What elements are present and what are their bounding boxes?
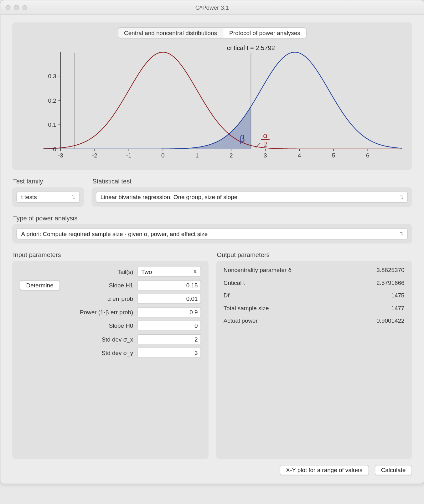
svg-text:-2: -2 [92,152,97,159]
view-tabs: Central and noncentral distributions Pro… [118,28,307,39]
power-label: Power (1-β err prob) [20,309,133,316]
chevron-updown-icon: ⇅ [72,195,75,199]
input-parameters-panel: Tail(s) Two ⇅ Determine Slope H1 α err p… [12,261,208,459]
df-label: Df [224,292,368,299]
svg-text:3: 3 [264,152,267,159]
svg-text:-3: -3 [58,152,63,159]
svg-text:6: 6 [366,152,369,159]
svg-text:2: 2 [230,152,233,159]
alpha-label: α err prob [20,296,133,302]
window-title: G*Power 3.1 [0,4,424,11]
sdx-label: Std dev σ_x [20,336,133,343]
sdy-input[interactable] [137,348,201,358]
test-family-select[interactable]: t tests ⇅ [17,192,80,203]
svg-text:0.3: 0.3 [48,73,56,80]
statistical-test-value: Linear bivariate regression: One group, … [101,194,237,201]
output-heading: Output parameters [217,251,412,258]
distribution-chart: -3-2-1012345600.10.20.3critical t = 2.57… [18,42,406,164]
svg-text:4: 4 [298,152,301,159]
actual-power-value: 0.9001422 [376,317,404,324]
chevron-updown-icon: ⇅ [194,270,197,274]
statistical-test-label: Statistical test [92,178,412,185]
tab-protocol[interactable]: Protocol of power analyses [223,28,306,38]
output-parameters-panel: Noncentrality parameter δ 3.8625370 Crit… [216,261,412,459]
svg-text:2: 2 [263,140,267,149]
svg-text:1: 1 [195,152,199,159]
determine-button[interactable]: Determine [20,280,60,290]
chevron-updown-icon: ⇅ [400,232,403,235]
statistical-test-select[interactable]: Linear bivariate regression: One group, … [96,192,408,203]
slope-h1-label: Slope H1 [70,282,133,289]
sdx-input[interactable] [137,334,201,344]
chart-panel: Central and noncentral distributions Pro… [12,22,412,170]
zoom-icon[interactable] [22,5,27,10]
crit-t-label: Critical t [224,279,368,286]
slope-h1-input[interactable] [137,280,201,290]
input-heading: Input parameters [13,251,208,258]
chevron-updown-icon: ⇅ [400,195,403,199]
slope-h0-input[interactable] [137,321,201,331]
calculate-button[interactable]: Calculate [375,465,412,475]
tails-select[interactable]: Two ⇅ [137,267,201,277]
tails-label: Tail(s) [20,268,133,275]
svg-text:α: α [263,131,267,140]
svg-text:-1: -1 [126,152,132,159]
app-window: G*Power 3.1 Central and noncentral distr… [0,0,424,484]
tails-value: Two [141,268,152,275]
power-input[interactable] [137,307,201,317]
alpha-input[interactable] [137,294,201,304]
xy-plot-button[interactable]: X-Y plot for a range of values [280,465,369,475]
minimize-icon[interactable] [14,5,19,10]
svg-text:β: β [240,133,245,144]
slope-h0-label: Slope H0 [20,322,133,329]
tab-distributions[interactable]: Central and noncentral distributions [118,28,223,38]
svg-text:0.2: 0.2 [48,97,56,104]
actual-power-label: Actual power [224,317,368,324]
df-value: 1475 [376,292,404,299]
window-controls [6,5,28,10]
close-icon[interactable] [6,5,11,10]
n-value: 1477 [376,305,404,311]
svg-text:0: 0 [161,152,164,159]
svg-text:critical t = 2.5792: critical t = 2.5792 [227,44,275,51]
sdy-label: Std dev σ_y [20,349,133,356]
test-family-value: t tests [21,194,37,201]
analysis-type-value: A priori: Compute required sample size -… [21,230,208,237]
test-family-label: Test family [13,178,84,185]
analysis-type-select[interactable]: A priori: Compute required sample size -… [17,228,408,239]
svg-text:0.1: 0.1 [48,121,56,128]
titlebar: G*Power 3.1 [0,0,424,15]
crit-t-value: 2.5791666 [376,279,404,286]
svg-text:5: 5 [332,152,335,159]
ncp-label: Noncentrality parameter δ [224,267,368,274]
n-label: Total sample size [224,305,368,311]
analysis-type-label: Type of power analysis [13,214,412,222]
ncp-value: 3.8625370 [376,267,404,274]
